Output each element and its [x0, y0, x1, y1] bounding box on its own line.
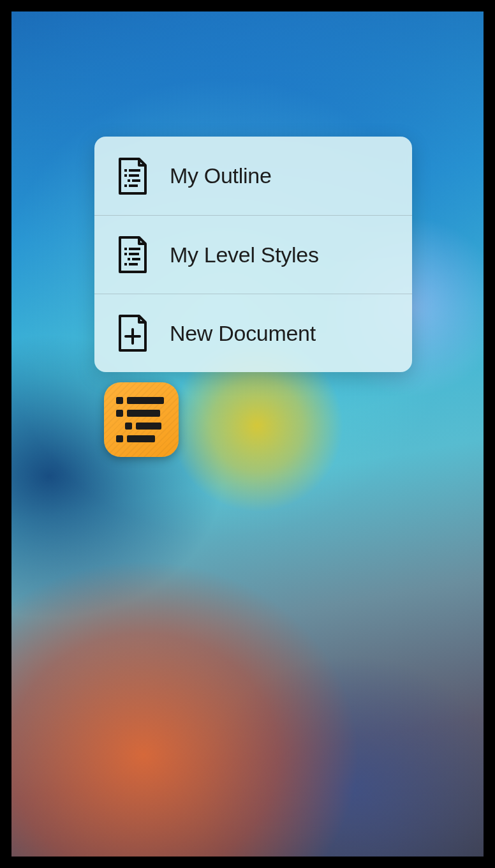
- quick-action-label: My Level Styles: [170, 243, 319, 267]
- document-plus-icon: [112, 313, 153, 353]
- quick-action-label: My Outline: [170, 163, 272, 188]
- quick-actions-menu: My Outline My Level Styles: [94, 137, 412, 372]
- home-screen-blurred-wallpaper: My Outline My Level Styles: [11, 11, 484, 857]
- quick-action-label: New Document: [170, 321, 316, 346]
- outline-glyph-icon: [116, 397, 167, 443]
- document-outline-icon: [112, 235, 153, 274]
- quick-action-my-outline[interactable]: My Outline: [94, 137, 412, 215]
- quick-action-new-document[interactable]: New Document: [94, 294, 412, 372]
- document-outline-icon: [112, 156, 153, 196]
- quick-action-my-level-styles[interactable]: My Level Styles: [94, 215, 412, 294]
- app-icon-omnioutliner[interactable]: [104, 382, 179, 457]
